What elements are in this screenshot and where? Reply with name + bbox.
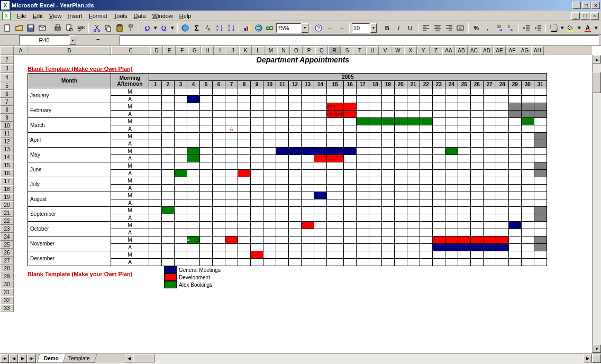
plan-cell[interactable] [314,88,327,96]
plan-cell[interactable] [483,162,496,170]
plan-cell[interactable] [534,236,547,244]
plan-cell[interactable] [445,192,458,199]
tab-first-button[interactable]: ⏮ [0,354,9,363]
vertical-scrollbar[interactable]: ▲ ▼ [592,55,601,353]
plan-cell[interactable] [445,103,458,111]
row-header-30[interactable]: 30 [0,280,14,288]
plan-cell[interactable] [225,214,238,222]
plan-cell[interactable] [381,192,394,199]
plan-cell[interactable] [263,185,276,192]
plan-cell[interactable] [356,177,369,185]
plan-cell[interactable] [289,118,302,125]
plan-cell[interactable] [302,133,314,140]
plan-cell[interactable] [496,103,508,111]
row-header-11[interactable]: 11 [0,130,14,138]
plan-cell[interactable] [225,170,238,177]
plan-cell[interactable] [149,118,162,125]
plan-cell[interactable] [394,111,407,118]
plan-cell[interactable] [187,214,200,222]
plan-cell[interactable] [175,222,187,229]
plan-cell[interactable] [276,192,289,199]
plan-cell[interactable] [521,259,534,266]
plan-cell[interactable] [238,140,251,148]
plan-cell[interactable] [149,199,162,207]
plan-cell[interactable] [369,155,381,162]
plan-cell[interactable] [534,118,547,125]
plan-cell[interactable] [302,103,314,111]
plan-cell[interactable] [356,259,369,266]
plan-cell[interactable] [276,222,289,229]
plan-cell[interactable] [343,133,356,140]
plan-cell[interactable] [276,251,289,259]
plan-cell[interactable] [432,96,445,103]
plan-cell[interactable] [381,185,394,192]
plan-cell[interactable] [343,111,356,118]
plan-cell[interactable] [187,118,200,125]
plan-cell[interactable] [314,259,327,266]
plan-cell[interactable] [238,199,251,207]
plan-cell[interactable] [381,170,394,177]
plan-cell[interactable] [289,133,302,140]
plan-cell[interactable] [175,148,187,155]
plan-cell[interactable] [407,96,420,103]
plan-cell[interactable] [200,177,213,185]
plan-cell[interactable] [432,259,445,266]
plan-cell[interactable] [508,118,521,125]
plan-cell[interactable] [496,162,508,170]
plan-cell[interactable] [458,133,470,140]
row-header-7[interactable]: 7 [0,98,14,106]
spelling-button[interactable]: ABC [76,22,87,34]
plan-cell[interactable] [289,229,302,236]
plan-cell[interactable] [263,199,276,207]
plan-cell[interactable] [251,133,263,140]
plan-cell[interactable] [470,148,483,155]
plan-cell[interactable] [407,148,420,155]
plan-cell[interactable] [369,118,381,125]
plan-cell[interactable] [263,96,276,103]
col-header-K[interactable]: K [239,46,252,55]
plan-cell[interactable] [238,222,251,229]
comma-button[interactable]: , [482,22,493,34]
plan-cell[interactable] [458,222,470,229]
plan-cell[interactable] [496,170,508,177]
col-header-U[interactable]: U [366,46,379,55]
plan-cell[interactable] [470,162,483,170]
plan-cell[interactable] [263,177,276,185]
plan-cell[interactable] [420,140,432,148]
plan-cell[interactable] [302,96,314,103]
plan-cell[interactable] [289,140,302,148]
plan-cell[interactable] [162,199,175,207]
minimize-button[interactable]: _ [572,2,581,9]
plan-cell[interactable] [251,177,263,185]
plan-cell[interactable] [327,96,344,103]
plan-cell[interactable] [200,185,213,192]
plan-cell[interactable] [445,118,458,125]
plan-cell[interactable] [302,229,314,236]
plan-cell[interactable] [162,192,175,199]
col-header-H[interactable]: H [201,46,214,55]
plan-cell[interactable] [187,111,200,118]
plan-cell[interactable] [343,229,356,236]
plan-cell[interactable] [225,96,238,103]
plan-cell[interactable] [394,125,407,133]
plan-cell[interactable] [483,214,496,222]
plan-cell[interactable] [251,229,263,236]
plan-cell[interactable] [225,259,238,266]
plan-cell[interactable] [225,155,238,162]
plan-cell[interactable] [496,96,508,103]
plan-cell[interactable] [356,185,369,192]
plan-cell[interactable] [381,103,394,111]
plan-cell[interactable] [251,214,263,222]
plan-cell[interactable] [496,177,508,185]
plan-cell[interactable] [200,103,213,111]
plan-cell[interactable] [213,88,225,96]
plan-cell[interactable] [276,118,289,125]
plan-cell[interactable] [394,207,407,214]
plan-cell[interactable] [432,155,445,162]
plan-cell[interactable] [496,148,508,155]
plan-cell[interactable] [483,103,496,111]
back-button[interactable]: ← [324,22,335,34]
plan-cell[interactable] [314,148,327,155]
scroll-down-button[interactable]: ▼ [593,344,601,353]
row-header-13[interactable]: 13 [0,145,14,153]
